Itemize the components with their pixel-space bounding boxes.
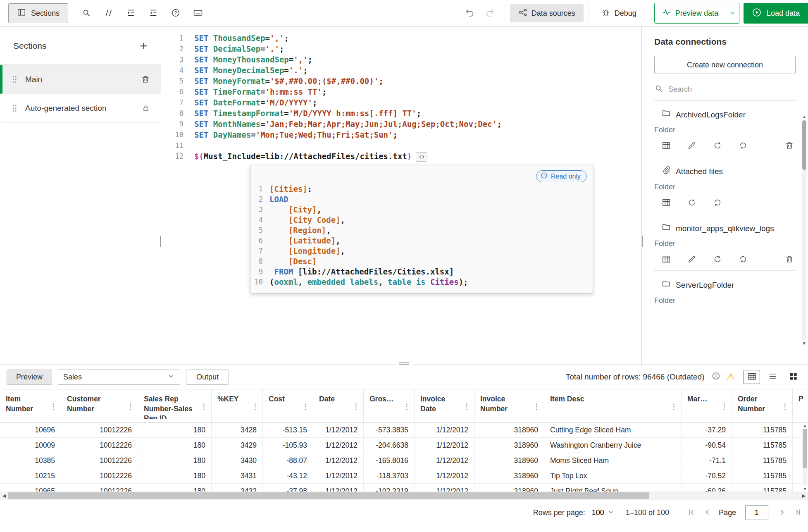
previous-page-button[interactable] bbox=[703, 508, 712, 518]
sidebar-item-auto-generated-section[interactable]: Auto-generated section bbox=[0, 94, 161, 123]
column-menu-icon[interactable]: ⋮ bbox=[352, 402, 360, 411]
preview-data-button[interactable]: Preview data bbox=[654, 3, 726, 24]
column-menu-icon[interactable]: ⋮ bbox=[302, 402, 310, 411]
preview-data-dropdown-button[interactable] bbox=[726, 3, 739, 24]
connection-name: ArchivedLogsFolder bbox=[676, 109, 746, 121]
connections-resize-handle[interactable] bbox=[641, 236, 643, 247]
delete-icon[interactable] bbox=[785, 141, 794, 150]
card-view-button[interactable] bbox=[785, 370, 801, 384]
scroll-left-icon[interactable]: ◀ bbox=[0, 493, 8, 499]
column-menu-icon[interactable]: ⋮ bbox=[403, 402, 411, 411]
connections-search-input[interactable] bbox=[668, 85, 796, 94]
expand-include-button[interactable] bbox=[416, 152, 427, 162]
table-row: 10696100122261803428-513.151/12/2012-573… bbox=[0, 422, 808, 438]
table-cell: 180 bbox=[138, 438, 212, 453]
scrollbar-thumb[interactable] bbox=[802, 120, 806, 170]
scroll-down-icon[interactable]: ▼ bbox=[803, 487, 807, 491]
table-select[interactable]: Sales bbox=[58, 370, 180, 385]
table-view-button[interactable] bbox=[744, 370, 760, 384]
list-view-button[interactable] bbox=[764, 370, 781, 384]
edit-icon[interactable] bbox=[687, 141, 696, 150]
table-cell: 180 bbox=[138, 468, 212, 484]
select-data-icon[interactable] bbox=[662, 141, 671, 150]
warning-icon[interactable]: ⚠ bbox=[726, 372, 735, 382]
sections-sidebar: Sections + MainAuto-generated section bbox=[0, 27, 161, 365]
select-data-icon[interactable] bbox=[662, 255, 671, 264]
output-tab-button[interactable]: Output bbox=[186, 370, 229, 385]
drag-handle-icon[interactable] bbox=[12, 105, 17, 112]
lock-icon[interactable] bbox=[142, 104, 150, 112]
reload-icon[interactable] bbox=[739, 141, 748, 150]
connection-item-archivedlogsfolder[interactable]: ArchivedLogsFolderFolder bbox=[654, 100, 796, 157]
undo-button[interactable] bbox=[460, 3, 480, 23]
column-menu-icon[interactable]: ⋮ bbox=[463, 402, 471, 411]
edit-icon[interactable] bbox=[687, 255, 696, 264]
scrollbar-thumb[interactable] bbox=[803, 429, 807, 468]
drag-handle-icon[interactable] bbox=[12, 76, 17, 83]
column-menu-icon[interactable]: ⋮ bbox=[781, 402, 789, 411]
sections-toggle-button[interactable]: Sections bbox=[8, 3, 68, 23]
debug-label: Debug bbox=[615, 9, 636, 18]
panel-resize-handle[interactable] bbox=[396, 360, 413, 366]
scroll-up-icon[interactable]: ▲ bbox=[802, 115, 806, 119]
column-menu-icon[interactable]: ⋮ bbox=[126, 402, 134, 411]
connections-scrollbar[interactable]: ▲ ▼ bbox=[802, 115, 807, 346]
script-editor[interactable]: 1SET ThousandSep=',';2SET DecimalSep='.'… bbox=[161, 27, 641, 365]
column-header-cost: Cost⋮ bbox=[263, 389, 313, 422]
sync-icon[interactable] bbox=[713, 141, 722, 150]
column-menu-icon[interactable]: ⋮ bbox=[720, 402, 728, 411]
scroll-down-icon[interactable]: ▼ bbox=[802, 341, 806, 346]
script-code[interactable]: 1SET ThousandSep=',';2SET DecimalSep='.'… bbox=[161, 33, 641, 162]
line-number: 3 bbox=[161, 54, 194, 65]
info-icon[interactable] bbox=[712, 372, 720, 382]
add-section-button[interactable]: + bbox=[140, 39, 148, 52]
create-connection-button[interactable]: Create new connection bbox=[654, 56, 796, 74]
last-page-button[interactable] bbox=[793, 508, 802, 518]
first-page-button[interactable] bbox=[687, 508, 696, 518]
search-button[interactable] bbox=[76, 3, 96, 23]
table-row: 10215100122261803431-43.121/12/2012-118.… bbox=[0, 468, 808, 484]
column-menu-icon[interactable]: ⋮ bbox=[806, 402, 808, 411]
scroll-right-icon[interactable]: ▶ bbox=[800, 493, 808, 499]
table-cell: -105.93 bbox=[263, 438, 313, 453]
shortcuts-button[interactable] bbox=[188, 3, 208, 23]
delete-icon[interactable] bbox=[785, 255, 794, 264]
connection-item-monitor-apps-qlikview-logs[interactable]: monitor_apps_qlikview_logsFolder bbox=[654, 214, 796, 271]
connection-item-serverlogfolder[interactable]: ServerLogFolderFolder bbox=[654, 271, 796, 312]
sync-icon[interactable] bbox=[687, 198, 696, 207]
column-header-customer-number: Customer Number⋮ bbox=[61, 389, 138, 422]
previous-page-icon bbox=[703, 508, 712, 518]
column-menu-icon[interactable]: ⋮ bbox=[50, 402, 57, 411]
table-cell: -37.29 bbox=[682, 422, 732, 438]
redo-button[interactable] bbox=[480, 3, 500, 23]
column-menu-icon[interactable]: ⋮ bbox=[251, 402, 259, 411]
reload-icon[interactable] bbox=[739, 255, 748, 264]
table-cell: 10385 bbox=[0, 453, 61, 468]
sync-icon[interactable] bbox=[713, 255, 722, 264]
page-number-input[interactable] bbox=[745, 505, 768, 520]
scrollbar-thumb[interactable] bbox=[8, 492, 649, 499]
rows-per-page-select[interactable]: 100 bbox=[592, 508, 614, 517]
data-sources-button[interactable]: Data sources bbox=[510, 4, 584, 22]
outdent-button[interactable] bbox=[143, 3, 163, 23]
select-data-icon[interactable] bbox=[662, 198, 671, 207]
connection-item-attached-files[interactable]: Attached filesFolder bbox=[654, 157, 796, 214]
reload-icon[interactable] bbox=[713, 198, 722, 207]
scroll-up-icon[interactable]: ▲ bbox=[803, 423, 807, 428]
table-horizontal-scrollbar[interactable]: ◀ ▶ bbox=[0, 491, 808, 500]
comment-button[interactable] bbox=[99, 3, 119, 23]
load-data-button[interactable]: Load data bbox=[744, 3, 808, 24]
table-cell: 318960 bbox=[474, 468, 544, 484]
column-header-p: P⋮ bbox=[793, 389, 808, 422]
next-page-button[interactable] bbox=[777, 508, 787, 518]
indent-button[interactable] bbox=[121, 3, 141, 23]
column-menu-icon[interactable]: ⋮ bbox=[533, 402, 541, 411]
table-vertical-scrollbar[interactable]: ▲ ▼ bbox=[802, 423, 808, 491]
sidebar-item-main[interactable]: Main bbox=[0, 65, 161, 94]
trash-icon[interactable] bbox=[141, 75, 150, 84]
column-menu-icon[interactable]: ⋮ bbox=[670, 402, 678, 411]
preview-tab-button[interactable]: Preview bbox=[7, 370, 52, 385]
column-menu-icon[interactable]: ⋮ bbox=[200, 402, 208, 411]
debug-button[interactable]: Debug bbox=[594, 4, 644, 22]
help-button[interactable]: ? bbox=[166, 3, 186, 23]
